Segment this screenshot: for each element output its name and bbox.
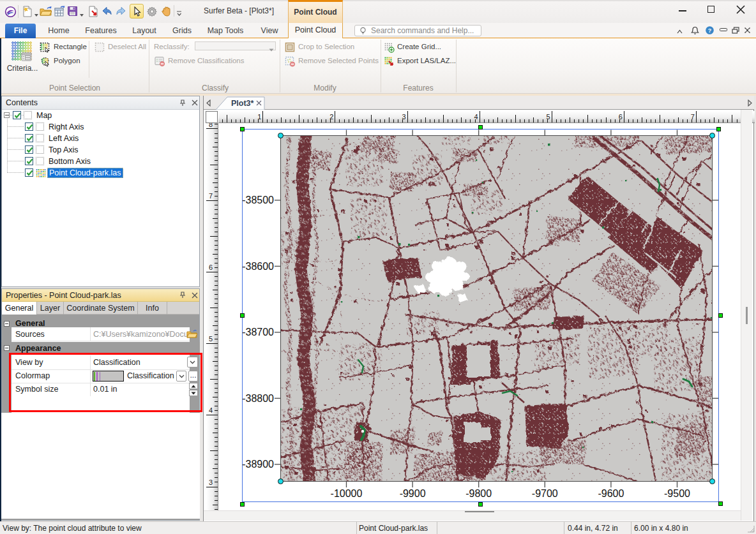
svg-text:-9600: -9600 — [598, 488, 624, 499]
svg-text:-38500: -38500 — [242, 195, 274, 205]
svg-text:-9900: -9900 — [400, 488, 426, 499]
svg-text:-9700: -9700 — [532, 488, 558, 499]
svg-text:-38700: -38700 — [242, 327, 274, 337]
svg-text:-9800: -9800 — [465, 488, 492, 499]
svg-text:-9500: -9500 — [664, 488, 690, 499]
svg-text:-10000: -10000 — [331, 488, 363, 499]
svg-text:?: ? — [708, 27, 712, 34]
svg-text:-38600: -38600 — [242, 261, 274, 272]
svg-text:-38900: -38900 — [242, 459, 274, 470]
svg-text:-38800: -38800 — [242, 393, 274, 404]
